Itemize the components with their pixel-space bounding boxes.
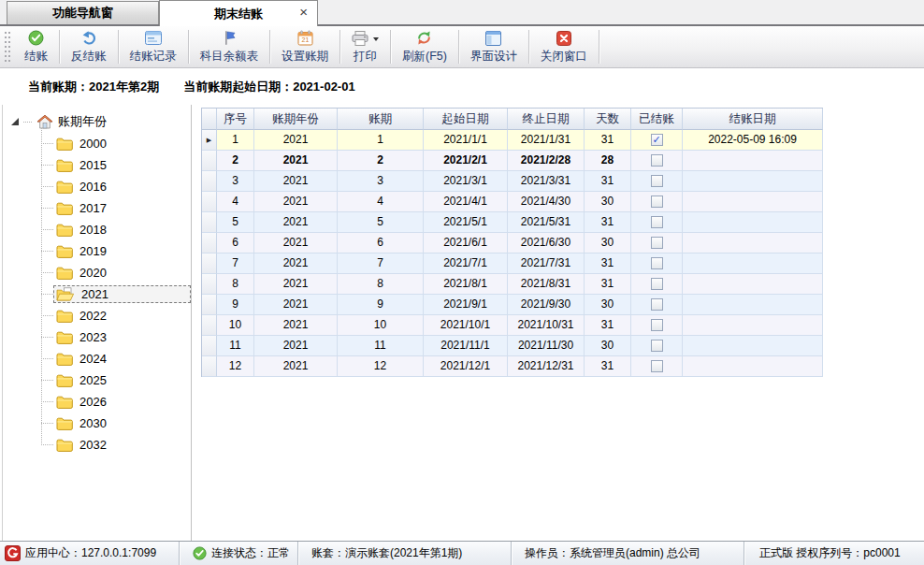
tree-item-2023[interactable]: 2023 [3,326,191,348]
tab-close-icon[interactable]: × [299,5,308,20]
tree-item-box[interactable]: 2030 [53,414,191,432]
set-period-button[interactable]: 21 设置账期 [270,26,339,67]
tree-item-2015[interactable]: 2015 [3,154,191,176]
row-selector[interactable] [202,233,217,254]
table-row[interactable]: 102021102021/10/12021/10/3131 [202,315,823,336]
cell-period: 12 [338,356,424,377]
close-period-button[interactable]: 结账 [13,26,59,67]
row-selector[interactable] [202,315,217,336]
table-row[interactable]: 112021112021/11/12021/11/3030 [202,336,823,356]
tree-item-box[interactable]: 2017 [53,199,191,217]
closed-checkbox[interactable] [651,298,663,311]
closed-checkbox[interactable] [651,237,663,249]
tree-item-2016[interactable]: 2016 [3,176,191,197]
table-row[interactable]: 9202192021/9/12021/9/3030 [202,295,823,315]
column-header[interactable]: 天数 [585,109,631,130]
tree-item-box[interactable]: 2021 [53,285,191,303]
cell-year: 2021 [254,254,338,274]
table-row[interactable]: ▶1202112021/1/12021/1/3131✓2022-05-09 16… [202,130,823,151]
column-header[interactable]: 账期年份 [254,109,338,130]
closed-checkbox[interactable] [651,319,663,331]
row-selector[interactable]: ▶ [202,130,217,151]
close-window-button[interactable]: 关闭窗口 [529,26,599,67]
row-selector[interactable] [202,254,217,274]
table-row[interactable]: 6202162021/6/12021/6/3030 [202,233,823,254]
column-header[interactable]: 序号 [217,109,254,130]
cell-days: 31 [585,315,631,336]
closed-checkbox[interactable] [651,360,663,372]
row-selector[interactable] [202,151,217,171]
tab-period-end-closing[interactable]: 期末结账 × [159,0,318,26]
print-button[interactable]: 打印 [340,26,390,67]
table-row[interactable]: 2202122021/2/12021/2/2828 [202,151,823,171]
column-header[interactable]: 已结账 [631,109,683,130]
row-selector[interactable] [202,212,217,233]
closed-checkbox[interactable] [651,154,663,167]
table-row[interactable]: 3202132021/3/12021/3/3131 [202,171,823,192]
row-selector[interactable] [202,192,217,212]
refresh-button[interactable]: 刷新(F5) [391,26,458,67]
tree-item-2022[interactable]: 2022 [3,305,191,326]
tree-item-2019[interactable]: 2019 [3,240,191,262]
row-selector[interactable] [202,295,217,315]
cell-period: 6 [338,233,424,254]
row-selector[interactable] [202,274,217,295]
tab-function-nav[interactable]: 功能导航窗 [7,1,159,24]
tree-item-box[interactable]: 2023 [53,328,191,346]
column-header[interactable]: 账期 [338,109,424,130]
row-selector[interactable] [202,171,217,192]
table-row[interactable]: 122021122021/12/12021/12/3131 [202,356,823,377]
tree-item-box[interactable]: 2018 [53,221,191,239]
closing-records-button[interactable]: 结账记录 [119,26,188,67]
tree-item-2024[interactable]: 2024 [3,348,191,369]
closed-checkbox[interactable]: ✓ [651,134,663,146]
tree-item-2020[interactable]: 2020 [3,262,191,283]
column-header[interactable]: 结账日期 [683,109,823,130]
tree-item-2017[interactable]: 2017 [3,197,191,219]
tree-item-2000[interactable]: 2000 [3,133,191,154]
tree-item-box[interactable]: 2032 [53,436,191,454]
tree-root-node[interactable]: 账期年份 [3,110,191,133]
reverse-closing-button[interactable]: 反结账 [60,26,118,67]
closed-checkbox[interactable] [651,196,663,208]
tree-item-box[interactable]: 2000 [53,135,191,152]
print-dropdown-icon[interactable] [373,37,379,41]
tree-item-2030[interactable]: 2030 [3,413,191,434]
tree-item-box[interactable]: 2020 [53,264,191,282]
cell-end: 2021/12/31 [508,356,585,377]
tree-item-2025[interactable]: 2025 [3,369,191,391]
cell-year: 2021 [254,336,338,356]
column-header[interactable]: 起始日期 [424,109,508,130]
table-row[interactable]: 4202142021/4/12021/4/3030 [202,192,823,212]
tree-item-2032[interactable]: 2032 [3,434,191,456]
cell-period: 9 [338,295,424,315]
row-selector[interactable] [202,356,217,377]
tree-item-2018[interactable]: 2018 [3,219,191,240]
table-row[interactable]: 8202182021/8/12021/8/3131 [202,274,823,295]
table-row[interactable]: 7202172021/7/12021/7/3131 [202,254,823,274]
table-row[interactable]: 5202152021/5/12021/5/3131 [202,212,823,233]
tree-item-box[interactable]: 2016 [53,178,191,196]
tree-item-box[interactable]: 2026 [53,393,191,411]
tree-item-box[interactable]: 2025 [53,371,191,389]
expand-triangle-icon[interactable] [11,118,19,125]
account-balance-button[interactable]: 科目余额表 [189,26,270,67]
cell-end: 2021/1/31 [508,130,585,151]
closed-checkbox[interactable] [651,216,663,228]
closed-checkbox[interactable] [651,278,663,290]
tree-item-2021[interactable]: 2021 [3,283,191,305]
tree-item-box[interactable]: 2022 [53,307,191,325]
toolbar-grip[interactable] [5,32,10,63]
closed-checkbox[interactable] [651,340,663,352]
tree-item-box[interactable]: 2024 [53,350,191,368]
tree-item-box[interactable]: 2015 [53,156,191,174]
tree-item-box[interactable]: 2019 [53,242,191,260]
ui-design-button[interactable]: 界面设计 [459,26,528,67]
closed-checkbox[interactable] [651,175,663,187]
cell-year: 2021 [254,295,338,315]
tree-item-2026[interactable]: 2026 [3,391,191,413]
cell-closed [631,274,683,295]
closed-checkbox[interactable] [651,257,663,269]
row-selector[interactable] [202,336,217,356]
column-header[interactable]: 终止日期 [508,109,585,130]
